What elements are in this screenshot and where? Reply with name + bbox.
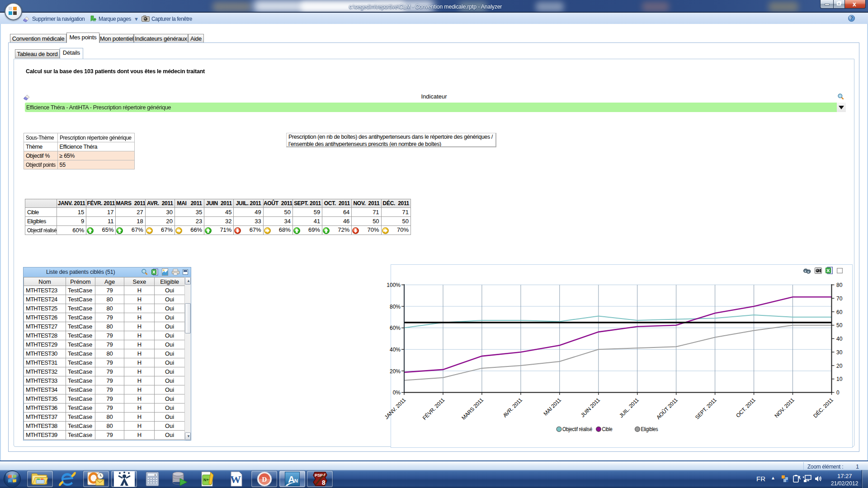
svg-text:JUIL. 2011: JUIL. 2011: [618, 397, 640, 419]
svg-text:DÉC. 2011: DÉC. 2011: [811, 396, 835, 419]
svg-text:60%: 60%: [390, 325, 401, 331]
svg-text:20%: 20%: [390, 368, 401, 375]
svg-text:50: 50: [836, 322, 843, 328]
svg-text:MARS 2011: MARS 2011: [460, 397, 485, 421]
svg-text:80: 80: [836, 282, 843, 288]
svg-text:MAI 2011: MAI 2011: [542, 397, 562, 417]
svg-text:A: A: [288, 474, 295, 484]
svg-text:0: 0: [836, 389, 840, 396]
svg-text:100%: 100%: [387, 282, 401, 288]
svg-text:AVR. 2011: AVR. 2011: [502, 397, 524, 419]
svg-text:?: ?: [850, 16, 853, 21]
svg-text:20: 20: [836, 363, 843, 369]
svg-text:FÉVR. 2011: FÉVR. 2011: [421, 396, 446, 421]
svg-text:70: 70: [836, 296, 843, 302]
svg-text:60: 60: [836, 309, 843, 315]
svg-text:AOÛT 2011: AOÛT 2011: [655, 396, 679, 421]
svg-text:40: 40: [836, 336, 843, 342]
svg-text:SEPT. 2011: SEPT. 2011: [694, 397, 718, 421]
svg-text:D: D: [262, 476, 267, 483]
svg-text:OCT. 2011: OCT. 2011: [735, 397, 757, 419]
svg-text:NOV. 2011: NOV. 2011: [773, 397, 796, 419]
svg-text:Objectif réalisé: Objectif réalisé: [562, 426, 593, 432]
svg-text:W: W: [230, 474, 241, 485]
svg-text:10: 10: [836, 376, 843, 382]
svg-text:0: 0: [154, 474, 156, 477]
svg-text:N: N: [294, 478, 298, 483]
svg-text:30: 30: [836, 349, 843, 356]
svg-text:8: 8: [322, 479, 326, 486]
svg-text:JUIN 2011: JUIN 2011: [580, 397, 601, 418]
svg-text:Eligibles: Eligibles: [641, 426, 658, 432]
svg-text:Cible: Cible: [602, 426, 613, 432]
svg-text:80%: 80%: [390, 304, 401, 310]
svg-text:0%: 0%: [393, 389, 401, 396]
svg-text:40%: 40%: [390, 347, 401, 353]
